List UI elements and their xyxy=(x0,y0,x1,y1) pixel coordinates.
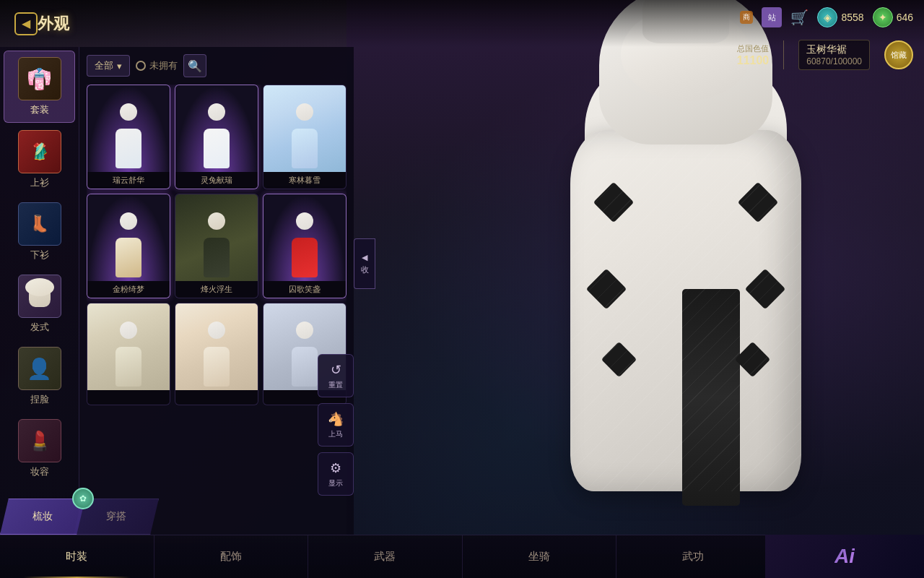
hair-thumb xyxy=(18,275,61,318)
top-label: 上衫 xyxy=(30,176,49,189)
sidebar-item-hair[interactable]: 发式 xyxy=(4,269,75,340)
filter-bar: 全部 ▾ 未拥有 🔍 xyxy=(87,54,346,77)
item-1-label: 瑞云舒华 xyxy=(87,172,170,189)
top-thumb: 🥻 xyxy=(18,130,61,173)
station-icon[interactable]: 站 xyxy=(762,7,782,27)
reset-button[interactable]: ↺ 重置 xyxy=(318,354,354,397)
collapse-arrow-icon: ◀ xyxy=(362,253,367,262)
mini-char-1 xyxy=(87,85,170,172)
mount-button[interactable]: 🐴 上马 xyxy=(318,403,354,447)
suit-label: 套装 xyxy=(30,103,49,116)
display-button[interactable]: ⚙ 显示 xyxy=(318,452,354,496)
page-title: 外观 xyxy=(38,13,69,35)
deco-circle-icon: ✿ xyxy=(72,488,94,509)
item-3-label: 寒林暮雪 xyxy=(263,172,346,189)
unowned-label: 未拥有 xyxy=(149,59,178,72)
teal-coin-icon: ◈ xyxy=(817,7,837,27)
item-7-image xyxy=(87,303,170,390)
grid-item-3[interactable]: 寒林暮雪 xyxy=(263,85,346,189)
character-figure xyxy=(527,0,888,535)
grid-item-7[interactable] xyxy=(87,303,170,405)
item-progress: 60870/100000 xyxy=(806,56,862,66)
grid-item-8[interactable] xyxy=(175,303,258,405)
stats-bar: 总国色值 11100 玉树华裾 60870/100000 馆藏 xyxy=(737,40,913,70)
sidebar-item-bottom[interactable]: 👢 下衫 xyxy=(4,197,75,267)
character-display xyxy=(346,0,924,535)
item-4-image xyxy=(87,194,170,281)
sidebar-item-makeup[interactable]: 💄 妆容 xyxy=(4,413,75,484)
makeup-thumb: 💄 xyxy=(18,419,61,462)
item-6-label: 囚歌笑盏 xyxy=(263,281,346,298)
mini-char-8 xyxy=(175,303,258,390)
face-label: 捏脸 xyxy=(30,393,49,406)
tab-skills[interactable]: 武功 xyxy=(616,535,771,578)
mount-icon: 🐴 xyxy=(328,411,344,427)
outfit-tab-label: 穿搭 xyxy=(106,510,126,523)
suit-thumb: 👘 xyxy=(18,57,61,100)
diamond-tabs: 梳妆 穿搭 ✿ xyxy=(0,499,159,535)
mini-char-2 xyxy=(175,85,258,172)
grid-item-4[interactable]: 金粉绮梦 xyxy=(87,194,170,298)
items-grid: 瑞云舒华 灵兔献瑞 xyxy=(87,85,346,405)
tab-fashion[interactable]: 时装 xyxy=(0,535,154,578)
stat-divider xyxy=(783,40,784,69)
search-button[interactable]: 🔍 xyxy=(183,54,206,77)
item-3-image xyxy=(263,85,346,172)
display-icon: ⚙ xyxy=(330,460,341,476)
left-sidebar: 👘 套装 🥻 上衫 👢 下衫 发式 👤 捏脸 💄 xyxy=(0,47,79,535)
grid-item-1[interactable]: 瑞云舒华 xyxy=(87,85,170,189)
ai-badge: Ai xyxy=(765,535,924,578)
reset-icon: ↺ xyxy=(331,362,341,378)
item-8-label xyxy=(175,390,258,405)
tab-weapons-label: 武器 xyxy=(374,550,396,564)
green-currency-value: 646 xyxy=(897,12,913,23)
top-right-area: 商 站 🛒 ◈ 8558 ✦ 646 xyxy=(740,7,913,27)
action-buttons-group: ↺ 重置 🐴 上马 ⚙ 显示 xyxy=(318,354,354,496)
sidebar-item-top[interactable]: 🥻 上衫 xyxy=(4,124,75,195)
grid-item-2[interactable]: 灵兔献瑞 xyxy=(175,85,258,189)
national-color-label: 总国色值 xyxy=(737,43,770,54)
tab-mounts[interactable]: 坐骑 xyxy=(463,535,617,578)
mini-char-7 xyxy=(87,303,170,390)
current-item-name: 玉树华裾 xyxy=(806,43,862,56)
tab-accessories-label: 配饰 xyxy=(220,550,242,564)
search-icon: 🔍 xyxy=(188,59,202,73)
main-panel: 全部 ▾ 未拥有 🔍 瑞云舒华 xyxy=(79,47,354,535)
tab-accessories[interactable]: 配饰 xyxy=(154,535,309,578)
sidebar-item-suit[interactable]: 👘 套装 xyxy=(4,51,75,123)
category-dropdown[interactable]: 全部 ▾ xyxy=(87,55,130,77)
tab-mounts-label: 坐骑 xyxy=(528,550,550,564)
item-info-box: 玉树华裾 60870/100000 xyxy=(798,40,870,70)
ai-label: Ai xyxy=(834,545,855,568)
shop-icon[interactable]: 商 xyxy=(740,11,753,24)
bottom-label: 下衫 xyxy=(30,249,49,262)
green-currency: ✦ 646 xyxy=(873,7,913,27)
national-color-block: 总国色值 11100 xyxy=(737,43,770,67)
back-button[interactable]: ◀ xyxy=(14,12,38,35)
back-arrow-icon[interactable]: ◀ xyxy=(14,12,38,35)
collapse-panel-button[interactable]: ◀ 收 xyxy=(354,238,375,289)
mini-char-6 xyxy=(263,194,346,281)
unowned-radio-icon xyxy=(136,61,146,71)
unowned-filter[interactable]: 未拥有 xyxy=(136,59,178,72)
item-6-image xyxy=(263,194,346,281)
teal-currency: ◈ 8558 xyxy=(817,7,863,27)
grid-item-5[interactable]: 烽火浮生 xyxy=(175,194,258,298)
dropdown-arrow-icon: ▾ xyxy=(117,61,122,72)
item-5-label: 烽火浮生 xyxy=(175,281,258,298)
mini-char-4 xyxy=(87,194,170,281)
item-8-image xyxy=(175,303,258,390)
char-body xyxy=(570,130,801,491)
collection-badge[interactable]: 馆藏 xyxy=(884,40,913,69)
collapse-label: 收 xyxy=(361,264,369,275)
sidebar-item-face[interactable]: 👤 捏脸 xyxy=(4,341,75,412)
item-5-image xyxy=(175,194,258,281)
tab-weapons[interactable]: 武器 xyxy=(308,535,463,578)
grid-item-6[interactable]: 囚歌笑盏 xyxy=(263,194,346,298)
tab-skills-label: 武功 xyxy=(682,550,704,564)
display-label: 显示 xyxy=(328,478,343,488)
mini-char-5 xyxy=(175,194,258,281)
cart-icon[interactable]: 🛒 xyxy=(790,9,808,26)
hair-label: 发式 xyxy=(30,321,49,334)
tab-fashion-label: 时装 xyxy=(66,550,87,564)
